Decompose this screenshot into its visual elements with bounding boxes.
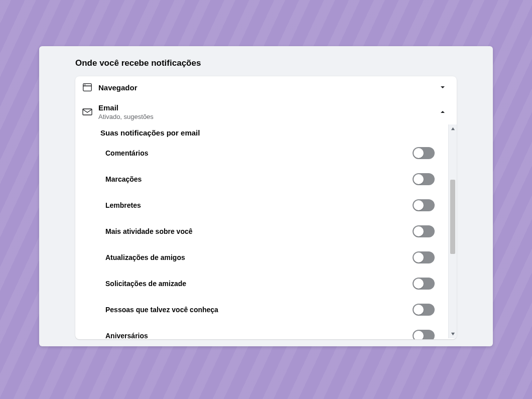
email-section-subtitle: Ativado, sugestões	[98, 113, 438, 120]
toggle-pessoas[interactable]	[413, 304, 435, 316]
toggle-lembretes[interactable]	[413, 199, 435, 211]
scrollbar-track[interactable]	[448, 124, 457, 338]
toggle-solicitacoes[interactable]	[413, 278, 435, 290]
toggle-row-aniversarios: Aniversários	[94, 323, 435, 339]
toggle-label: Aniversários	[105, 332, 413, 339]
email-section-row[interactable]: Email Ativado, sugestões	[75, 98, 457, 125]
envelope-icon	[81, 106, 93, 118]
toggle-comentarios[interactable]	[413, 147, 435, 159]
toggle-row-atualizacoes: Atualizações de amigos	[94, 244, 435, 271]
toggle-row-solicitacoes: Solicitações de amizade	[94, 271, 435, 297]
scrollbar-thumb[interactable]	[450, 180, 455, 254]
toggle-aniversarios[interactable]	[413, 330, 435, 339]
browser-icon	[81, 81, 93, 93]
toggle-label: Atualizações de amigos	[105, 253, 413, 261]
toggle-label: Solicitações de amizade	[105, 280, 413, 288]
toggle-label: Mais atividade sobre você	[105, 227, 413, 235]
svg-rect-2	[84, 85, 86, 85]
scroll-up-button[interactable]	[449, 124, 457, 133]
toggle-row-lembretes: Lembretes	[94, 192, 435, 218]
email-settings-scroll[interactable]: Suas notificações por email Comentários …	[75, 124, 457, 339]
browser-section-title: Navegador	[98, 83, 438, 92]
chevron-up-icon	[438, 107, 448, 117]
toggle-marcacoes[interactable]	[413, 173, 435, 185]
toggle-row-marcacoes: Marcações	[94, 166, 435, 192]
email-section-title: Email	[98, 103, 438, 112]
toggle-row-comentarios: Comentários	[94, 140, 435, 166]
toggle-mais-atividade[interactable]	[413, 225, 435, 237]
notification-sources-card: Navegador Email Ativado, sugestões	[75, 76, 457, 339]
settings-panel: Onde você recebe notificações Navegador	[39, 46, 493, 346]
email-sub-title: Suas notificações por email	[94, 124, 435, 140]
chevron-down-icon	[438, 82, 448, 92]
scroll-down-button[interactable]	[449, 330, 457, 338]
toggle-row-mais-atividade: Mais atividade sobre você	[94, 218, 435, 244]
toggle-row-pessoas: Pessoas que talvez você conheça	[94, 297, 435, 323]
toggle-atualizacoes[interactable]	[413, 251, 435, 263]
toggle-label: Pessoas que talvez você conheça	[105, 306, 413, 314]
browser-section-row[interactable]: Navegador	[75, 76, 457, 98]
svg-rect-3	[83, 109, 92, 115]
toggle-label: Marcações	[105, 175, 413, 183]
toggle-label: Comentários	[105, 149, 413, 157]
toggle-label: Lembretes	[105, 201, 413, 209]
page-title: Onde você recebe notificações	[39, 58, 493, 73]
